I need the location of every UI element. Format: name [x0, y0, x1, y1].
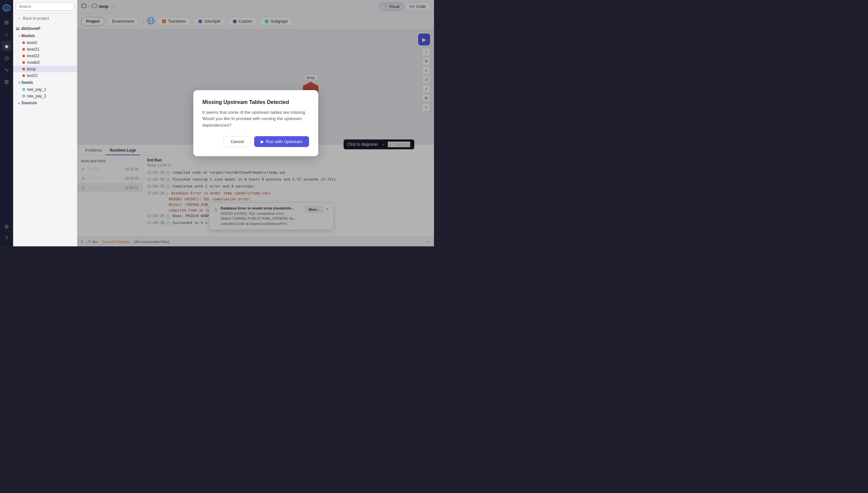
back-arrow-icon: ←: [17, 16, 21, 21]
explorer-icon[interactable]: ⊞: [1, 17, 12, 28]
history-icon[interactable]: ◷: [1, 52, 12, 63]
seeds-section[interactable]: ▾ Seeds: [13, 79, 77, 86]
sources-label: Sources: [21, 101, 37, 105]
seed-raw-pay-1[interactable]: raw_pay_1: [13, 86, 77, 93]
content-area: › temp ··· ♡ Visual </> Code Project: [77, 0, 434, 246]
error-dot-icon: [22, 41, 25, 44]
search-icon[interactable]: ⌕: [1, 29, 12, 40]
help-icon[interactable]: ?: [1, 233, 12, 244]
seeds-label: Seeds: [21, 80, 33, 85]
svg-marker-1: [5, 6, 8, 10]
models-label: Models: [21, 34, 35, 38]
project-icon: 🗂: [16, 26, 20, 31]
error-dot-icon: [22, 74, 25, 77]
cancel-button[interactable]: Cancel: [224, 136, 250, 147]
error-dot-icon: [22, 55, 25, 57]
model-level21[interactable]: level21: [13, 46, 77, 52]
modal-title: Missing Upstream Tables Detected: [202, 99, 309, 105]
modal-dialog: Missing Upstream Tables Detected It seem…: [193, 90, 318, 156]
modal-overlay: Missing Upstream Tables Detected It seem…: [77, 0, 434, 246]
error-dot-icon: [22, 48, 25, 51]
model-level2[interactable]: level2: [13, 40, 77, 46]
sources-chevron: ▸: [18, 101, 20, 105]
project-name: dbtSnowP: [21, 26, 41, 31]
error-dot-icon: [22, 68, 25, 70]
model-temp[interactable]: temp: [13, 66, 77, 72]
sources-section[interactable]: ▸ Sources: [13, 99, 77, 107]
project-root[interactable]: 🗂 dbtSnowP: [13, 25, 77, 32]
models-chevron: ▾: [18, 34, 20, 38]
run-icon: ▶: [261, 139, 264, 144]
modal-body: It seems that some of the upstream table…: [202, 109, 309, 129]
seed-raw-pay-2[interactable]: raw_pay_2: [13, 93, 77, 99]
analytics-icon[interactable]: ∿: [1, 64, 12, 75]
models-section[interactable]: ▾ Models: [13, 32, 77, 40]
main-sidebar: ← Back to project 🗂 dbtSnowP ▾ Models le…: [13, 0, 77, 246]
model-model2[interactable]: model2: [13, 59, 77, 66]
project-tree: 🗂 dbtSnowP ▾ Models level2 level21 level…: [13, 24, 77, 108]
run-with-upstream-button[interactable]: ▶ Run with Upstream: [254, 136, 309, 147]
model-test22[interactable]: test22: [13, 72, 77, 79]
app-logo: [1, 3, 12, 13]
icon-sidebar: ⊞ ⌕ ◈ ◷ ∿ ⊞ ⚙ ?: [0, 0, 13, 246]
ok-dot-icon: [22, 88, 25, 91]
lineage-icon[interactable]: ◈: [1, 41, 12, 51]
model-level22[interactable]: level22: [13, 52, 77, 59]
search-bar: [13, 0, 77, 14]
bottom-settings-icon[interactable]: ⚙: [1, 221, 12, 232]
back-to-project[interactable]: ← Back to project: [13, 14, 77, 24]
search-input[interactable]: [16, 3, 74, 10]
seeds-chevron: ▾: [18, 81, 20, 85]
error-dot-icon: [22, 61, 25, 64]
back-to-project-label: Back to project: [23, 16, 49, 21]
modal-actions: Cancel ▶ Run with Upstream: [202, 136, 309, 147]
tools-icon[interactable]: ⊞: [1, 76, 12, 87]
ok-dot-icon: [22, 95, 25, 98]
